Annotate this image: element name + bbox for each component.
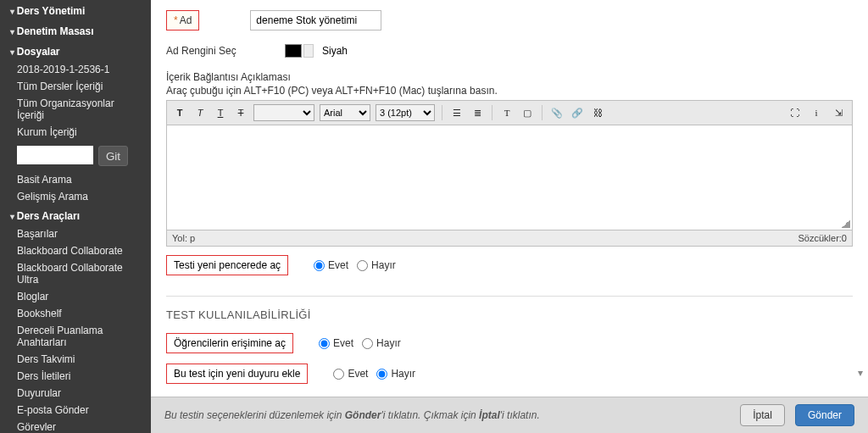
text-color-button[interactable]: T — [499, 105, 515, 120]
underline-button[interactable]: T — [213, 105, 228, 120]
italic-button[interactable]: T — [192, 105, 208, 120]
sidebar-search-row: Git — [0, 141, 151, 171]
sidebar-section-ders-araclari[interactable]: Ders Araçları — [0, 205, 151, 225]
cancel-button[interactable]: İptal — [740, 404, 785, 426]
radio-announce-no[interactable]: Hayır — [376, 368, 415, 380]
strike-button[interactable]: T — [233, 105, 248, 120]
info-button[interactable]: i — [808, 105, 825, 120]
sidebar-item-tool[interactable]: Blackboard Collaborate Ultra — [0, 259, 151, 288]
radio-announce-yes[interactable]: Evet — [333, 368, 368, 380]
bullet-list-button[interactable]: ☰ — [449, 105, 465, 120]
sidebar-item-tool[interactable]: Bloglar — [0, 288, 151, 305]
paragraph-format-select[interactable] — [253, 104, 314, 121]
row-open-new-window: Testi yeni pencerede aç Evet Hayır — [166, 247, 853, 284]
radio-access-no[interactable]: Hayır — [362, 337, 401, 349]
scroll-down-arrow-icon[interactable]: ▾ — [854, 367, 866, 379]
sidebar-item-file[interactable]: Tüm Dersler İçeriği — [0, 78, 151, 95]
label-name-text: Ad — [180, 14, 192, 26]
field-row-color: Ad Rengini Seç Siyah — [166, 39, 853, 66]
editor-path: Yol: p — [172, 233, 195, 243]
fullscreen-button[interactable]: ⛶ — [786, 105, 803, 120]
footer-action-bar: Bu testin seçeneklerini düzenlemek için … — [151, 397, 868, 433]
label-add-announcement: Bu test için yeni duyuru ekle — [166, 364, 308, 384]
sidebar-item-tool[interactable]: Bookshelf — [0, 305, 151, 322]
row-add-announcement: Bu test için yeni duyuru ekle Evet Hayır — [166, 358, 853, 389]
color-dropdown-arrow[interactable] — [303, 44, 314, 58]
sidebar-section-ders-yonetimi[interactable]: Ders Yönetimi — [0, 0, 151, 20]
sidebar-item-tool[interactable]: Ders İletileri — [0, 368, 151, 385]
input-name[interactable] — [250, 10, 381, 31]
font-family-select[interactable]: Arial — [320, 104, 370, 121]
highlight-button[interactable]: ▢ — [520, 105, 535, 120]
editor-shortcut-hint: Araç çubuğu için ALT+F10 (PC) veya ALT+F… — [166, 85, 853, 97]
field-row-name: *Ad — [166, 5, 853, 39]
bold-button[interactable]: T — [172, 105, 187, 120]
expand-toolbar-button[interactable]: ⇲ — [830, 105, 847, 120]
label-color: Ad Rengini Seç — [166, 45, 285, 57]
color-name-text: Siyah — [322, 45, 348, 57]
label-open-new-window: Testi yeni pencerede aç — [166, 255, 288, 275]
number-list-button[interactable]: ≣ — [470, 105, 485, 120]
editor-desc-label: İçerik Bağlantısı Açıklaması — [166, 71, 853, 83]
editor-statusbar: Yol: p Sözcükler:0 — [166, 230, 853, 247]
sidebar-item-tool[interactable]: Dereceli Puanlama Anahtarları — [0, 322, 151, 351]
font-size-select[interactable]: 3 (12pt) — [376, 104, 435, 121]
sidebar-item-tool[interactable]: Duyurular — [0, 385, 151, 402]
editor-toolbar: T T T T Arial 3 (12pt) ☰ ≣ T ▢ 📎 🔗 ⛓ ⛶ i… — [166, 100, 853, 125]
color-swatch-black — [285, 44, 302, 58]
editor-wordcount: Sözcükler:0 — [798, 233, 847, 243]
sidebar-search-go-button[interactable]: Git — [98, 146, 128, 166]
attach-button[interactable]: 📎 — [549, 105, 565, 120]
editor-textarea[interactable] — [166, 125, 853, 230]
label-name: *Ad — [166, 10, 199, 31]
unlink-button[interactable]: ⛓ — [590, 105, 605, 120]
radio-newwin-no[interactable]: Hayır — [357, 259, 396, 271]
sidebar-link-basic-search[interactable]: Basit Arama — [0, 171, 151, 188]
radio-access-yes[interactable]: Evet — [319, 337, 353, 349]
sidebar-item-tool[interactable]: Blackboard Collaborate — [0, 242, 151, 259]
sidebar-item-tool[interactable]: Görevler — [0, 419, 151, 433]
editor-labels: İçerik Bağlantısı Açıklaması Araç çubuğu… — [166, 71, 853, 97]
sidebar-item-file[interactable]: 2018-2019-1-2536-1 — [0, 61, 151, 78]
sidebar-item-tool[interactable]: E-posta Gönder — [0, 402, 151, 419]
sidebar: Ders Yönetimi Denetim Masası Dosyalar 20… — [0, 0, 151, 433]
radio-newwin-yes[interactable]: Evet — [314, 259, 348, 271]
heading-test-availability: TEST KULLANILABİLİRLİĞİ — [166, 296, 853, 328]
sidebar-search-input[interactable] — [17, 146, 93, 164]
submit-button[interactable]: Gönder — [795, 404, 854, 426]
required-asterisk: * — [174, 14, 178, 26]
sidebar-item-file[interactable]: Tüm Organizasyonlar İçeriği — [0, 95, 151, 124]
sidebar-item-file[interactable]: Kurum İçeriği — [0, 124, 151, 141]
sidebar-item-tool[interactable]: Ders Takvimi — [0, 351, 151, 368]
label-student-access: Öğrencilerin erişimine aç — [166, 333, 293, 353]
footer-instruction-text: Bu testin seçeneklerini düzenlemek için … — [164, 409, 730, 421]
row-student-access: Öğrencilerin erişimine aç Evet Hayır — [166, 328, 853, 358]
sidebar-section-denetim-masasi[interactable]: Denetim Masası — [0, 20, 151, 41]
link-button[interactable]: 🔗 — [570, 105, 585, 120]
sidebar-section-dosyalar[interactable]: Dosyalar — [0, 41, 151, 61]
sidebar-item-tool[interactable]: Başarılar — [0, 225, 151, 242]
main-form: *Ad Ad Rengini Seç Siyah İçerik Bağlantı… — [151, 0, 868, 433]
sidebar-link-advanced-search[interactable]: Gelişmiş Arama — [0, 188, 151, 205]
